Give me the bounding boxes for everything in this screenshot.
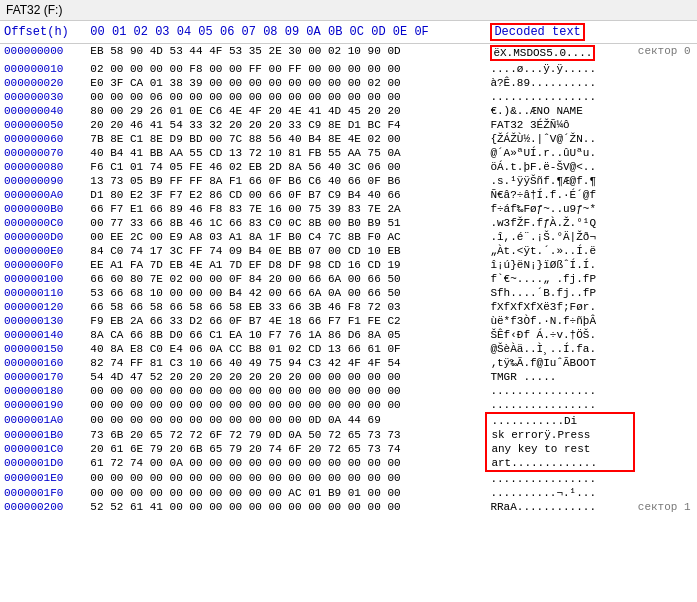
- offset-cell: 000000180: [0, 384, 86, 398]
- sector-cell: [634, 174, 697, 188]
- table-row: 000000020E0 3F CA 01 38 39 00 00 00 00 0…: [0, 76, 697, 90]
- sector-cell: [634, 356, 697, 370]
- hex-cell: 00 00 00 00 00 00 00 00 00 00 00 00 00 0…: [86, 398, 486, 413]
- offset-cell: 000000080: [0, 160, 86, 174]
- sector-cell: [634, 76, 697, 90]
- offset-cell: 0000001F0: [0, 486, 86, 500]
- decoded-cell: ................: [486, 471, 633, 486]
- decoded-cell: ..........¬.¹...: [486, 486, 633, 500]
- table-row: 00000015040 8A E8 C0 E4 06 0A CC B8 01 0…: [0, 342, 697, 356]
- offset-cell: 0000001E0: [0, 471, 86, 486]
- table-row: 000000130F9 EB 2A 66 33 D2 66 0F B7 4E 1…: [0, 314, 697, 328]
- offset-cell: 000000140: [0, 328, 86, 342]
- decoded-cell: ŠÊf‹Ðf Á.÷v.†ÖŠ.: [486, 328, 633, 342]
- offset-cell: 000000120: [0, 300, 86, 314]
- table-row: 00000012066 58 66 58 66 58 66 58 EB 33 6…: [0, 300, 697, 314]
- table-row: 00000005020 20 46 41 54 33 32 20 20 20 3…: [0, 118, 697, 132]
- table-row: 00000011053 66 68 10 00 00 00 B4 42 00 6…: [0, 286, 697, 300]
- offset-header: Offset(h): [0, 21, 86, 44]
- sector-cell: [634, 230, 697, 244]
- table-row: 0000001B073 6B 20 65 72 72 6F 72 79 0D 0…: [0, 428, 697, 442]
- sector-cell: [634, 104, 697, 118]
- hex-cell: 00 00 00 06 00 00 00 00 00 00 00 00 00 0…: [86, 90, 486, 104]
- table-row: 00000010066 60 80 7E 02 00 00 0F 84 20 0…: [0, 272, 697, 286]
- hex-cell: 00 00 00 00 00 00 00 00 00 00 00 00 00 0…: [86, 384, 486, 398]
- offset-cell: 000000170: [0, 370, 86, 384]
- table-row: 0000001408A CA 66 8B D0 66 C1 EA 10 F7 7…: [0, 328, 697, 342]
- table-row: 0000001C020 61 6E 79 20 6B 65 79 20 74 6…: [0, 442, 697, 456]
- offset-cell: 0000000B0: [0, 202, 86, 216]
- table-row: 0000000607B 8E C1 8E D9 BD 00 7C 88 56 4…: [0, 132, 697, 146]
- hex-cell: 66 58 66 58 66 58 66 58 EB 33 66 3B 46 F…: [86, 300, 486, 314]
- offset-cell: 000000000: [0, 44, 86, 63]
- offset-cell: 0000000C0: [0, 216, 86, 230]
- sector-cell: [634, 62, 697, 76]
- offset-cell: 000000160: [0, 356, 86, 370]
- sector-cell: [634, 272, 697, 286]
- table-row: 000000080F6 C1 01 74 05 FE 46 02 EB 2D 8…: [0, 160, 697, 174]
- sector-cell: [634, 428, 697, 442]
- offset-cell: 0000001C0: [0, 442, 86, 456]
- decoded-cell: à?Ê.89..........: [486, 76, 633, 90]
- decoded-cell: .î,.é¨.¡Š.°Ä|Žð¬: [486, 230, 633, 244]
- offset-cell: 0000000D0: [0, 230, 86, 244]
- decoded-cell: „Àt.<ÿt.´.»..Í.ë: [486, 244, 633, 258]
- table-row: 00000017054 4D 47 52 20 20 20 20 20 20 2…: [0, 370, 697, 384]
- table-row: 00000018000 00 00 00 00 00 00 00 00 00 0…: [0, 384, 697, 398]
- hex-cell: 00 77 33 66 8B 46 1C 66 83 C0 0C 8B 00 B…: [86, 216, 486, 230]
- sector-cell: сектор 0: [634, 44, 697, 63]
- sector-cell: [634, 370, 697, 384]
- offset-cell: 000000070: [0, 146, 86, 160]
- decoded-cell: ................: [486, 398, 633, 413]
- sector-cell: [634, 286, 697, 300]
- sector-cell: [634, 384, 697, 398]
- hex-cell: E0 3F CA 01 38 39 00 00 00 00 00 00 00 0…: [86, 76, 486, 90]
- sector-cell: [634, 413, 697, 428]
- offset-cell: 000000040: [0, 104, 86, 118]
- table-row: 00000016082 74 FF 81 C3 10 66 40 49 75 9…: [0, 356, 697, 370]
- offset-cell: 000000090: [0, 174, 86, 188]
- offset-cell: 000000150: [0, 342, 86, 356]
- table-row: 00000001002 00 00 00 00 F8 00 00 FF 00 F…: [0, 62, 697, 76]
- title-bar: FAT32 (F:): [0, 0, 697, 21]
- decoded-cell: TMGR .....: [486, 370, 633, 384]
- table-row: 0000001E000 00 00 00 00 00 00 00 00 00 0…: [0, 471, 697, 486]
- sector-cell: [634, 486, 697, 500]
- table-row: 00000019000 00 00 00 00 00 00 00 00 00 0…: [0, 398, 697, 413]
- table-row: 00000004080 00 29 26 01 0E C6 4E 4F 20 4…: [0, 104, 697, 118]
- decoded-cell: .w3fŽF.fƒÀ.Ž.°¹Q: [486, 216, 633, 230]
- hex-cell: EB 58 90 4D 53 44 4F 53 35 2E 30 00 02 1…: [86, 44, 486, 63]
- hex-cell: 54 4D 47 52 20 20 20 20 20 20 20 00 00 0…: [86, 370, 486, 384]
- hex-cell: 00 EE 2C 00 E9 A8 03 A1 8A 1F B0 C4 7C 8…: [86, 230, 486, 244]
- hex-cell: 00 00 00 00 00 00 00 00 00 00 00 0D 0A 4…: [86, 413, 486, 428]
- table-row: 00000009013 73 05 B9 FF FF 8A F1 66 0F B…: [0, 174, 697, 188]
- offset-cell: 000000060: [0, 132, 86, 146]
- decoded-cell: RRaA............: [486, 500, 633, 514]
- table-row: 0000001D061 72 74 00 0A 00 00 00 00 00 0…: [0, 456, 697, 471]
- decoded-cell: ................: [486, 90, 633, 104]
- offset-cell: 000000100: [0, 272, 86, 286]
- hex-cell: F6 C1 01 74 05 FE 46 02 EB 2D 8A 56 40 3…: [86, 160, 486, 174]
- table-row: 0000000B066 F7 E1 66 89 46 F8 83 7E 16 0…: [0, 202, 697, 216]
- decoded-cell: {ŽÁŽÙ½.|ˆV@´ŽN..: [486, 132, 633, 146]
- hex-cell: D1 80 E2 3F F7 E2 86 CD 00 66 0F B7 C9 B…: [86, 188, 486, 202]
- table-row: 00000007040 B4 41 BB AA 55 CD 13 72 10 8…: [0, 146, 697, 160]
- offset-cell: 000000030: [0, 90, 86, 104]
- decoded-cell: öÁ.t.þF.ë-ŠV@<..: [486, 160, 633, 174]
- sector-cell: [634, 160, 697, 174]
- offset-cell: 000000130: [0, 314, 86, 328]
- offset-cell: 0000001B0: [0, 428, 86, 442]
- decoded-cell: f`€~....„ .fj.fP: [486, 272, 633, 286]
- decoded-cell: f÷áf‰Føƒ~..u9ƒ~*: [486, 202, 633, 216]
- offset-cell: 0000000E0: [0, 244, 86, 258]
- offset-cell: 0000001A0: [0, 413, 86, 428]
- table-row: 0000000A0D1 80 E2 3F F7 E2 86 CD 00 66 0…: [0, 188, 697, 202]
- offset-cell: 000000110: [0, 286, 86, 300]
- hex-viewer: Offset(h) 00 01 02 03 04 05 06 07 08 09 …: [0, 21, 697, 514]
- table-row: 0000001F000 00 00 00 00 00 00 00 00 00 A…: [0, 486, 697, 500]
- decoded-cell: art.............: [486, 456, 633, 471]
- table-row: 000000000EB 58 90 4D 53 44 4F 53 35 2E 3…: [0, 44, 697, 63]
- hex-cell: 7B 8E C1 8E D9 BD 00 7C 88 56 40 B4 8E 4…: [86, 132, 486, 146]
- sector-cell: [634, 398, 697, 413]
- decoded-cell: fXfXfXfXë3f;Før.: [486, 300, 633, 314]
